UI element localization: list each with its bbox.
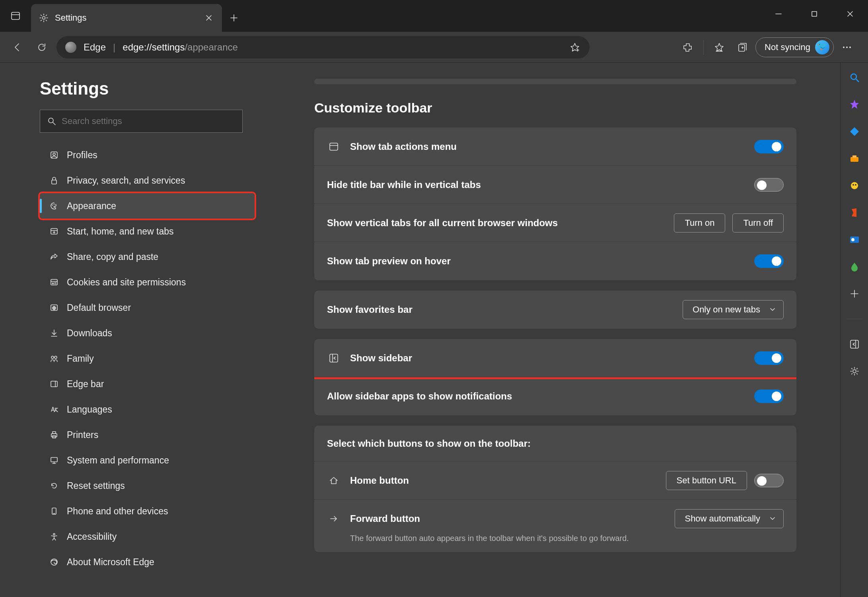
dropdown[interactable]: Show automatically (675, 509, 784, 528)
sidebar-item-reset[interactable]: Reset settings (40, 473, 255, 498)
sidebar-shopping-icon[interactable] (848, 125, 861, 138)
dropdown[interactable]: Only on new tabs (683, 300, 784, 319)
close-window-button[interactable] (832, 0, 868, 28)
gear-icon (39, 13, 49, 23)
sidebar-item-label: Reset settings (67, 481, 125, 491)
svg-rect-31 (51, 434, 57, 437)
favorite-star-icon[interactable] (569, 41, 581, 53)
tab-actions-button[interactable] (0, 0, 31, 32)
svg-point-28 (54, 356, 57, 359)
svg-rect-4 (812, 12, 817, 16)
maximize-button[interactable] (796, 0, 832, 28)
svg-point-9 (846, 47, 848, 48)
turn-off-button[interactable]: Turn off (732, 213, 784, 233)
svg-point-17 (54, 204, 54, 204)
toggle-switch[interactable] (754, 351, 784, 365)
sidebar-item-label: Default browser (67, 302, 131, 313)
lock-icon (49, 176, 59, 185)
setting-row: Show sidebar (314, 339, 796, 377)
browser-toolbar: Edge | edge://settings/appearance Not sy… (0, 32, 868, 63)
sidebar-item-system[interactable]: System and performance (40, 448, 255, 473)
avatar-icon (815, 40, 829, 54)
toggle-switch[interactable] (754, 178, 784, 192)
setting-description: The forward button auto appears in the t… (327, 534, 784, 543)
toggle-switch[interactable] (754, 254, 784, 268)
newtab-icon (49, 227, 59, 236)
sidebar-item-edge[interactable]: About Microsoft Edge (40, 549, 255, 575)
sidebar-item-profile[interactable]: Profiles (40, 142, 255, 168)
sidebar-copilot-icon[interactable] (848, 98, 861, 111)
tabactions-icon (327, 140, 341, 153)
window-controls (761, 0, 868, 28)
reset-icon (49, 481, 59, 490)
svg-point-50 (852, 184, 854, 186)
sidebar-item-lock[interactable]: Privacy, search, and services (40, 168, 255, 193)
turn-on-button[interactable]: Turn on (674, 213, 725, 233)
svg-point-53 (851, 238, 854, 241)
sidebar-item-label: Accessibility (67, 531, 117, 542)
setting-row: Show vertical tabs for all current brows… (314, 204, 796, 242)
svg-rect-32 (53, 432, 56, 434)
toggle-switch[interactable] (754, 140, 784, 153)
sidebar-tools-icon[interactable] (848, 152, 861, 165)
edgebar-icon (49, 379, 59, 389)
svg-point-22 (53, 283, 54, 284)
cookie-icon (49, 277, 59, 287)
sidebar-item-accessibility[interactable]: Accessibility (40, 524, 255, 549)
sidebar-item-label: Phone and other devices (67, 506, 168, 517)
share-icon (49, 252, 59, 262)
search-icon (47, 117, 56, 126)
collections-button[interactable] (732, 37, 752, 57)
setting-label: Show vertical tabs for all current brows… (327, 217, 674, 229)
sidebar-customize-icon[interactable] (848, 337, 861, 351)
sidebar-item-cookie[interactable]: Cookies and site permissions (40, 269, 255, 295)
svg-point-56 (853, 370, 856, 373)
chevron-down-icon (769, 306, 776, 313)
sidebar-games-icon[interactable] (848, 179, 861, 192)
extensions-button[interactable] (678, 37, 698, 57)
sidebar-item-printer[interactable]: Printers (40, 422, 255, 448)
sidebar-item-edgebar[interactable]: Edge bar (40, 371, 255, 397)
sidebar-settings-icon[interactable] (848, 364, 861, 378)
setting-label: Home button (350, 475, 666, 486)
address-bar[interactable]: Edge | edge://settings/appearance (56, 36, 590, 58)
toggle-switch[interactable] (754, 390, 784, 403)
edge-logo-icon (65, 42, 76, 53)
svg-point-2 (43, 17, 45, 19)
more-button[interactable] (837, 37, 857, 57)
setting-row: Show tab actions menu (314, 128, 796, 166)
svg-rect-20 (51, 279, 57, 285)
tab-close-button[interactable] (204, 13, 214, 23)
svg-point-16 (52, 205, 53, 205)
sidebar-item-label: Cookies and site permissions (67, 277, 186, 288)
browser-tab[interactable]: Settings (31, 4, 222, 32)
sidebar-item-palette[interactable]: Appearance (40, 193, 255, 219)
search-settings-input[interactable] (62, 116, 235, 126)
sidebar-search-icon[interactable] (848, 71, 861, 84)
sidebar-item-default-browser[interactable]: Default browser (40, 295, 255, 320)
sidebar-add-icon[interactable] (848, 287, 861, 300)
sidebar-item-share[interactable]: Share, copy and paste (40, 244, 255, 269)
set-url-button[interactable]: Set button URL (666, 471, 747, 490)
settings-main-panel[interactable]: Customize toolbar Show tab actions menuH… (271, 63, 840, 597)
sidebar-office-icon[interactable] (848, 206, 861, 219)
sidebar-outlook-icon[interactable] (848, 233, 861, 246)
sidebar-item-family[interactable]: Family (40, 346, 255, 371)
sidebar-item-newtab[interactable]: Start, home, and new tabs (40, 219, 255, 244)
sidebar-item-label: Start, home, and new tabs (67, 226, 174, 237)
sidebar-item-phone[interactable]: Phone and other devices (40, 498, 255, 524)
toggle-switch[interactable] (754, 474, 784, 487)
family-icon (49, 354, 59, 363)
sidebar-item-language[interactable]: Languages (40, 397, 255, 422)
svg-rect-48 (852, 155, 856, 158)
new-tab-button[interactable] (222, 4, 246, 32)
minimize-button[interactable] (761, 0, 796, 28)
profile-sync-button[interactable]: Not syncing (755, 37, 834, 57)
sidebar-item-download[interactable]: Downloads (40, 320, 255, 346)
sidebar-drop-icon[interactable] (848, 260, 861, 273)
sidebar-item-label: About Microsoft Edge (67, 557, 154, 568)
favorites-button[interactable] (709, 37, 729, 57)
sidebar-item-label: Profiles (67, 150, 97, 161)
refresh-button[interactable] (32, 37, 52, 57)
back-button[interactable] (7, 37, 27, 57)
